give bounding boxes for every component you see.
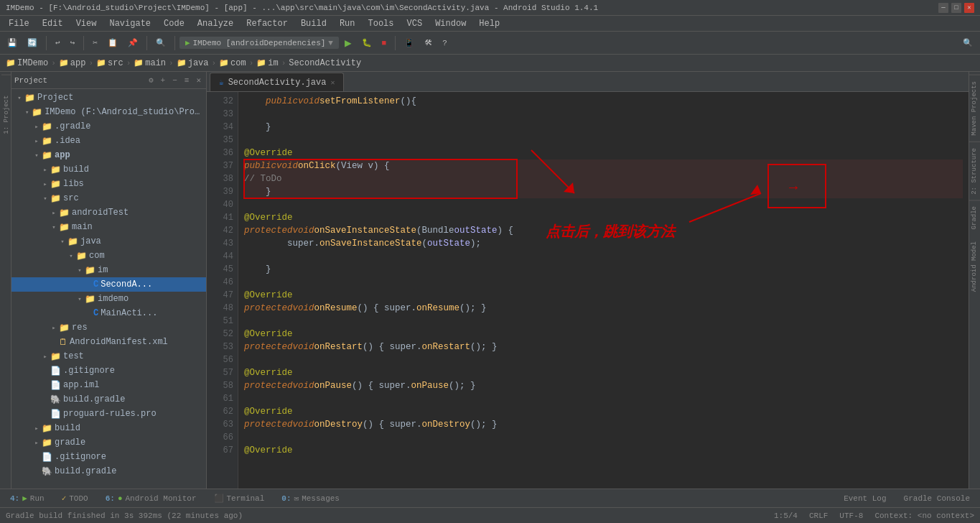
project-panel-settings[interactable]: ⚙ — [146, 75, 156, 85]
right-tab-structure[interactable]: 2: Structure — [969, 142, 980, 200]
toolbar-sep-2 — [83, 36, 84, 50]
stop-button[interactable]: ■ — [378, 37, 391, 49]
run-button[interactable]: ▶ — [340, 34, 356, 52]
tree-item-com[interactable]: ▾📁com — [11, 249, 206, 263]
tree-item-gradle[interactable]: ▸📁.gradle — [11, 119, 206, 134]
menu-item-navigate[interactable]: Navigate — [103, 17, 157, 30]
tree-item-appiml[interactable]: 📄app.iml — [11, 378, 206, 392]
tree-item-build[interactable]: ▸📁build — [11, 162, 206, 177]
code-line-58: protected void onPause() { super.onPause… — [244, 379, 963, 392]
code-container[interactable]: 3233343536373839404142434445464748515253… — [207, 92, 969, 489]
menu-item-file[interactable]: File — [3, 17, 35, 30]
imdemo-icon: 📁 — [6, 58, 16, 68]
menu-item-edit[interactable]: Edit — [37, 17, 69, 30]
tree-item-test[interactable]: ▸📁test — [11, 349, 206, 364]
tree-item-gradle2[interactable]: ▸📁gradle — [11, 435, 206, 450]
status-encoding[interactable]: UTF-8 — [839, 512, 863, 520]
tree-item-imdemo-pkg[interactable]: ▾📁imdemo — [11, 292, 206, 306]
right-tab-android-model[interactable]: Android Model — [969, 236, 980, 297]
tree-item-libs[interactable]: ▸📁libs — [11, 177, 206, 191]
bottom-tab-todo[interactable]: ✓ TODO — [55, 491, 95, 506]
project-panel-close[interactable]: ✕ — [194, 75, 203, 85]
menu-item-window[interactable]: Window — [429, 17, 472, 30]
nav-java[interactable]: 📁 java — [177, 58, 209, 68]
left-tab-project[interactable]: 1: Project — [1, 75, 11, 139]
editor-area: ☕ SecondActivity.java ✕ 3233343536373839… — [207, 72, 969, 489]
menu-item-help[interactable]: Help — [473, 17, 505, 30]
tree-label-imdemo-pkg: imdemo — [98, 294, 129, 304]
menu-item-build[interactable]: Build — [295, 17, 332, 30]
nav-main[interactable]: 📁 main — [134, 58, 166, 68]
tree-item-im[interactable]: ▾📁im — [11, 263, 206, 277]
tree-item-app[interactable]: ▾📁app — [11, 148, 206, 162]
toolbar-undo[interactable]: ↩ — [51, 37, 65, 49]
tree-item-build2[interactable]: ▸📁build — [11, 421, 206, 435]
toolbar-sdk[interactable]: 🛠 — [420, 37, 437, 49]
tree-item-idea[interactable]: ▸📁.idea — [11, 134, 206, 148]
tree-item-gitignore1[interactable]: 📄.gitignore — [11, 364, 206, 378]
status-line-ending[interactable]: CRLF — [809, 512, 828, 520]
tree-item-androidmanifest[interactable]: 🗒AndroidManifest.xml — [11, 335, 206, 349]
maximize-button[interactable]: □ — [951, 3, 961, 13]
bottom-tab-android-monitor[interactable]: 6: ● Android Monitor — [98, 491, 204, 506]
menu-item-view[interactable]: View — [70, 17, 103, 30]
nav-imdemo[interactable]: 📁 IMDemo — [6, 58, 48, 68]
tree-item-proguard[interactable]: 📄proguard-rules.pro — [11, 407, 206, 421]
tree-icon-src: 📁 — [50, 193, 61, 204]
toolbar-copy[interactable]: 📋 — [103, 37, 122, 49]
toolbar-paste[interactable]: 📌 — [123, 37, 142, 49]
tree-item-main[interactable]: ▾📁main — [11, 220, 206, 234]
code-editor[interactable]: public void setFromListener(){ } @Overri… — [238, 92, 969, 489]
toolbar-find-right[interactable]: 🔍 — [958, 37, 977, 49]
tree-item-mainactivity[interactable]: CMainActi... — [11, 306, 206, 320]
toolbar-save[interactable]: 💾 — [3, 37, 22, 49]
menu-item-refactor[interactable]: Refactor — [241, 17, 294, 30]
editor-tab-close[interactable]: ✕ — [330, 78, 335, 87]
menu-item-code[interactable]: Code — [158, 17, 190, 30]
nav-src[interactable]: 📁 src — [96, 58, 123, 68]
menu-item-analyze[interactable]: Analyze — [192, 17, 239, 30]
nav-secondactivity[interactable]: SecondActivity — [289, 58, 361, 68]
toolbar-avd[interactable]: 📱 — [400, 37, 419, 49]
tree-item-buildgradle1[interactable]: 🐘build.gradle — [11, 392, 206, 407]
tree-item-androidTest[interactable]: ▸📁androidTest — [11, 205, 206, 220]
event-log-tab[interactable]: Event Log — [836, 491, 893, 506]
project-panel-expand[interactable]: + — [159, 76, 168, 85]
tree-item-src[interactable]: ▾📁src — [11, 191, 206, 205]
right-tab-gradle[interactable]: Gradle — [969, 200, 980, 235]
tree-item-imdemo[interactable]: ▾📁IMDemo (F:\Android_studio\Project — [11, 105, 206, 119]
right-tab-maven[interactable]: Maven Projects — [969, 75, 980, 142]
nav-im[interactable]: 📁 im — [256, 58, 278, 68]
menu-item-tools[interactable]: Tools — [363, 17, 400, 30]
toolbar-redo[interactable]: ↪ — [66, 37, 80, 49]
bottom-tab-run[interactable]: 4: ▶ Run — [3, 491, 52, 506]
debug-button[interactable]: 🐛 — [358, 37, 376, 49]
tree-item-project[interactable]: ▾📁Project — [11, 91, 206, 105]
line-number-53: 53 — [207, 341, 233, 353]
nav-com[interactable]: 📁 com — [219, 58, 246, 68]
menu-item-run[interactable]: Run — [334, 17, 361, 30]
tree-item-res[interactable]: ▸📁res — [11, 320, 206, 335]
close-button[interactable]: ✕ — [964, 3, 974, 13]
gradle-console-tab[interactable]: Gradle Console — [897, 491, 977, 506]
tree-item-buildgradle2[interactable]: 🐘build.gradle — [11, 464, 206, 478]
run-config-selector[interactable]: ▶ IMDemo [androidDependencies] ▼ — [179, 37, 339, 49]
tree-icon-appiml: 📄 — [50, 380, 61, 391]
tree-item-gitignore2[interactable]: 📄.gitignore — [11, 450, 206, 464]
status-position[interactable]: 1:5/4 — [774, 512, 798, 520]
bottom-tab-messages[interactable]: 0: ✉ Messages — [274, 491, 347, 506]
menu-item-vcs[interactable]: VCS — [401, 17, 429, 30]
project-panel-collapse[interactable]: − — [170, 76, 179, 85]
minimize-button[interactable]: ─ — [938, 3, 948, 13]
toolbar-cut[interactable]: ✂ — [88, 37, 102, 49]
tree-item-java[interactable]: ▾📁java — [11, 234, 206, 249]
toolbar-help[interactable]: ? — [438, 37, 452, 49]
editor-tabs: ☕ SecondActivity.java ✕ — [207, 72, 969, 92]
editor-tab-secondactivity[interactable]: ☕ SecondActivity.java ✕ — [210, 73, 344, 91]
bottom-tab-terminal[interactable]: ⬛ Terminal — [207, 491, 272, 506]
toolbar-sync[interactable]: 🔄 — [23, 37, 42, 49]
toolbar-search[interactable]: 🔍 — [151, 37, 170, 49]
project-panel-options[interactable]: ≡ — [182, 76, 192, 85]
tree-item-secondactivity[interactable]: CSecondA... — [11, 277, 206, 292]
nav-app[interactable]: 📁 app — [59, 58, 86, 68]
